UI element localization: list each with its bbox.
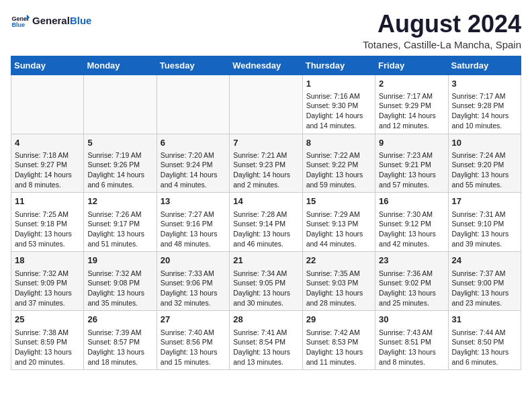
day-info: Sunrise: 7:31 AM Sunset: 9:10 PM Dayligh… <box>452 210 517 249</box>
day-info: Sunrise: 7:21 AM Sunset: 9:23 PM Dayligh… <box>233 150 298 190</box>
calendar-cell: 7Sunrise: 7:21 AM Sunset: 9:23 PM Daylig… <box>230 134 302 193</box>
calendar-cell: 13Sunrise: 7:27 AM Sunset: 9:16 PM Dayli… <box>157 193 229 252</box>
header-saturday: Saturday <box>448 56 521 75</box>
calendar-week-row: 25Sunrise: 7:38 AM Sunset: 8:59 PM Dayli… <box>11 311 521 370</box>
calendar-header-row: SundayMondayTuesdayWednesdayThursdayFrid… <box>11 56 521 75</box>
calendar-cell: 12Sunrise: 7:26 AM Sunset: 9:17 PM Dayli… <box>84 193 157 252</box>
calendar-cell: 5Sunrise: 7:19 AM Sunset: 9:26 PM Daylig… <box>84 134 157 193</box>
day-info: Sunrise: 7:43 AM Sunset: 8:51 PM Dayligh… <box>379 328 444 367</box>
day-info: Sunrise: 7:25 AM Sunset: 9:18 PM Dayligh… <box>15 210 80 249</box>
calendar-cell: 20Sunrise: 7:33 AM Sunset: 9:06 PM Dayli… <box>157 252 229 311</box>
header-wednesday: Wednesday <box>230 56 302 75</box>
header-thursday: Thursday <box>302 56 375 75</box>
day-number: 9 <box>379 137 444 149</box>
calendar-cell: 19Sunrise: 7:32 AM Sunset: 9:08 PM Dayli… <box>84 252 157 311</box>
calendar-cell: 6Sunrise: 7:20 AM Sunset: 9:24 PM Daylig… <box>157 134 229 193</box>
calendar-week-row: 18Sunrise: 7:32 AM Sunset: 9:09 PM Dayli… <box>11 252 521 311</box>
calendar-cell: 18Sunrise: 7:32 AM Sunset: 9:09 PM Dayli… <box>11 252 84 311</box>
calendar-week-row: 11Sunrise: 7:25 AM Sunset: 9:18 PM Dayli… <box>11 193 521 252</box>
day-number: 4 <box>15 137 80 149</box>
calendar-cell: 9Sunrise: 7:23 AM Sunset: 9:21 PM Daylig… <box>375 134 448 193</box>
calendar-cell: 15Sunrise: 7:29 AM Sunset: 9:13 PM Dayli… <box>302 193 375 252</box>
day-number: 22 <box>306 255 371 267</box>
calendar-cell: 22Sunrise: 7:35 AM Sunset: 9:03 PM Dayli… <box>302 252 375 311</box>
month-title: August 2024 <box>363 11 521 38</box>
calendar-cell: 1Sunrise: 7:16 AM Sunset: 9:30 PM Daylig… <box>302 75 375 134</box>
day-number: 7 <box>233 137 298 149</box>
day-info: Sunrise: 7:18 AM Sunset: 9:27 PM Dayligh… <box>15 150 80 190</box>
day-number: 20 <box>161 255 226 267</box>
day-info: Sunrise: 7:37 AM Sunset: 9:00 PM Dayligh… <box>452 269 517 308</box>
day-info: Sunrise: 7:36 AM Sunset: 9:02 PM Dayligh… <box>379 269 444 308</box>
day-info: Sunrise: 7:39 AM Sunset: 8:57 PM Dayligh… <box>87 328 152 367</box>
day-number: 16 <box>379 195 444 208</box>
day-number: 28 <box>233 314 298 326</box>
day-info: Sunrise: 7:27 AM Sunset: 9:16 PM Dayligh… <box>161 210 226 249</box>
day-number: 26 <box>87 314 152 326</box>
svg-text:Blue: Blue <box>11 21 25 28</box>
calendar-week-row: 4Sunrise: 7:18 AM Sunset: 9:27 PM Daylig… <box>11 134 521 193</box>
logo: General Blue GeneralBlue <box>11 11 91 30</box>
day-number: 6 <box>161 137 226 149</box>
calendar-cell: 28Sunrise: 7:41 AM Sunset: 8:54 PM Dayli… <box>230 311 302 370</box>
day-info: Sunrise: 7:17 AM Sunset: 9:29 PM Dayligh… <box>379 91 444 131</box>
page-header: General Blue GeneralBlue August 2024 Tot… <box>11 11 521 50</box>
logo-icon: General Blue <box>11 11 30 30</box>
calendar-cell: 30Sunrise: 7:43 AM Sunset: 8:51 PM Dayli… <box>375 311 448 370</box>
calendar-cell: 17Sunrise: 7:31 AM Sunset: 9:10 PM Dayli… <box>448 193 521 252</box>
calendar-cell <box>11 75 84 134</box>
calendar-cell: 21Sunrise: 7:34 AM Sunset: 9:05 PM Dayli… <box>230 252 302 311</box>
day-info: Sunrise: 7:41 AM Sunset: 8:54 PM Dayligh… <box>233 328 298 367</box>
day-info: Sunrise: 7:19 AM Sunset: 9:26 PM Dayligh… <box>87 150 152 190</box>
calendar-cell: 4Sunrise: 7:18 AM Sunset: 9:27 PM Daylig… <box>11 134 84 193</box>
day-info: Sunrise: 7:34 AM Sunset: 9:05 PM Dayligh… <box>233 269 298 308</box>
day-info: Sunrise: 7:32 AM Sunset: 9:09 PM Dayligh… <box>15 269 80 308</box>
day-number: 11 <box>15 195 80 208</box>
header-sunday: Sunday <box>11 56 84 75</box>
day-info: Sunrise: 7:40 AM Sunset: 8:56 PM Dayligh… <box>161 328 226 367</box>
day-info: Sunrise: 7:17 AM Sunset: 9:28 PM Dayligh… <box>452 91 517 131</box>
day-number: 18 <box>15 255 80 267</box>
header-friday: Friday <box>375 56 448 75</box>
day-info: Sunrise: 7:20 AM Sunset: 9:24 PM Dayligh… <box>161 150 226 190</box>
day-number: 23 <box>379 255 444 267</box>
day-info: Sunrise: 7:26 AM Sunset: 9:17 PM Dayligh… <box>87 210 152 249</box>
calendar-cell: 29Sunrise: 7:42 AM Sunset: 8:53 PM Dayli… <box>302 311 375 370</box>
calendar-cell: 31Sunrise: 7:44 AM Sunset: 8:50 PM Dayli… <box>448 311 521 370</box>
day-number: 13 <box>161 195 226 208</box>
day-number: 24 <box>452 255 517 267</box>
calendar-cell <box>157 75 229 134</box>
day-info: Sunrise: 7:29 AM Sunset: 9:13 PM Dayligh… <box>306 210 371 249</box>
day-info: Sunrise: 7:33 AM Sunset: 9:06 PM Dayligh… <box>161 269 226 308</box>
day-info: Sunrise: 7:42 AM Sunset: 8:53 PM Dayligh… <box>306 328 371 367</box>
logo-name: GeneralBlue <box>32 15 91 26</box>
day-number: 14 <box>233 195 298 208</box>
calendar-cell: 2Sunrise: 7:17 AM Sunset: 9:29 PM Daylig… <box>375 75 448 134</box>
day-info: Sunrise: 7:38 AM Sunset: 8:59 PM Dayligh… <box>15 328 80 367</box>
day-number: 25 <box>15 314 80 326</box>
day-info: Sunrise: 7:22 AM Sunset: 9:22 PM Dayligh… <box>306 150 371 190</box>
day-number: 31 <box>452 314 517 326</box>
calendar-cell: 24Sunrise: 7:37 AM Sunset: 9:00 PM Dayli… <box>448 252 521 311</box>
day-number: 17 <box>452 195 517 208</box>
day-number: 2 <box>379 78 444 90</box>
day-number: 1 <box>306 78 371 90</box>
calendar-table: SundayMondayTuesdayWednesdayThursdayFrid… <box>11 56 521 371</box>
day-number: 15 <box>306 195 371 208</box>
day-number: 10 <box>452 137 517 149</box>
day-number: 5 <box>87 137 152 149</box>
header-monday: Monday <box>84 56 157 75</box>
calendar-cell <box>230 75 302 134</box>
calendar-week-row: 1Sunrise: 7:16 AM Sunset: 9:30 PM Daylig… <box>11 75 521 134</box>
day-info: Sunrise: 7:24 AM Sunset: 9:20 PM Dayligh… <box>452 150 517 190</box>
calendar-cell: 11Sunrise: 7:25 AM Sunset: 9:18 PM Dayli… <box>11 193 84 252</box>
day-info: Sunrise: 7:28 AM Sunset: 9:14 PM Dayligh… <box>233 210 298 249</box>
day-number: 27 <box>161 314 226 326</box>
day-info: Sunrise: 7:35 AM Sunset: 9:03 PM Dayligh… <box>306 269 371 308</box>
calendar-cell: 27Sunrise: 7:40 AM Sunset: 8:56 PM Dayli… <box>157 311 229 370</box>
day-number: 19 <box>87 255 152 267</box>
day-number: 21 <box>233 255 298 267</box>
header-tuesday: Tuesday <box>157 56 229 75</box>
day-info: Sunrise: 7:32 AM Sunset: 9:08 PM Dayligh… <box>87 269 152 308</box>
day-info: Sunrise: 7:44 AM Sunset: 8:50 PM Dayligh… <box>452 328 517 367</box>
